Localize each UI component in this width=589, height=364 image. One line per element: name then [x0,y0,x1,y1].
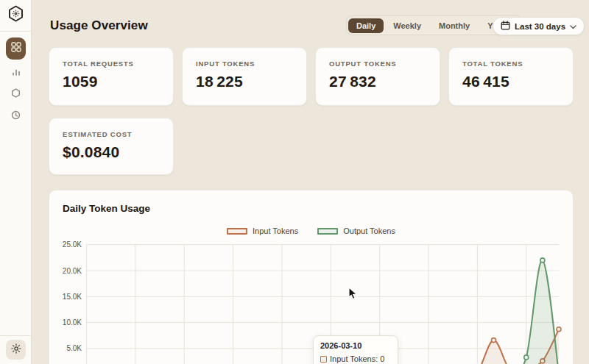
theme-toggle-button[interactable] [6,340,26,360]
stat-label: TOTAL TOKENS [462,60,560,68]
calendar-icon [501,21,510,32]
tab-monthly[interactable]: Monthly [431,18,478,33]
sidebar-item-history[interactable] [6,107,26,125]
stat-card-input-tokens: INPUT TOKENS 18 225 [182,47,307,106]
bar-chart-icon [12,66,21,79]
legend-item-input[interactable]: Input Tokens [227,226,298,235]
tooltip-date: 2026-03-10 [320,341,391,350]
legend-item-output[interactable]: Output Tokens [317,226,395,235]
date-range-button[interactable]: Last 30 days [493,17,585,35]
chart-title: Daily Token Usage [63,203,150,214]
input-tokens-swatch [320,356,327,363]
stat-label: TOTAL REQUESTS [63,60,160,68]
sidebar-item-analytics[interactable] [6,64,26,82]
stat-card-estimated-cost: ESTIMATED COST $0.0840 [49,118,174,175]
hexagon-icon [11,88,21,101]
stat-value: 1059 [63,73,160,90]
output-tokens-swatch [317,228,338,235]
input-tokens-swatch [227,228,247,235]
stat-value: $0.0840 [63,143,160,161]
stat-card-output-tokens: OUTPUT TOKENS 27 832 [315,47,440,106]
daily-usage-chart[interactable]: 25.0K20.0K15.0K10.0K5.0K [49,240,574,364]
stat-label: INPUT TOKENS [196,60,293,68]
stat-card-total-requests: TOTAL REQUESTS 1059 [49,47,174,106]
tab-weekly[interactable]: Weekly [385,18,429,33]
legend-label: Output Tokens [343,226,395,235]
chart-tooltip: 2026-03-10 Input Tokens: 0 Output Tokens… [313,335,398,364]
svg-text:15.0K: 15.0K [63,293,82,301]
tab-daily[interactable]: Daily [348,18,384,33]
date-range-label: Last 30 days [515,22,565,31]
svg-text:25.0K: 25.0K [63,240,82,249]
tooltip-value: Input Tokens: 0 [330,354,384,363]
tooltip-row-input: Input Tokens: 0 [320,354,391,363]
sidebar-item-models[interactable] [6,85,26,103]
daily-token-usage-card: Daily Token Usage Input Tokens Output To… [49,190,574,364]
stat-card-total-tokens: TOTAL TOKENS 46 415 [448,47,574,106]
sidebar-item-dashboard[interactable] [6,38,26,60]
dashboard-grid-icon [11,42,21,55]
stat-label: OUTPUT TOKENS [329,60,426,68]
chevron-down-icon [570,22,576,31]
svg-text:10.0K: 10.0K [63,318,82,326]
sidebar-divider-top [0,31,32,32]
legend-label: Input Tokens [253,226,298,235]
sidebar-divider-bottom [0,335,32,336]
clock-icon [11,110,21,123]
stat-value: 27 832 [329,73,426,90]
stat-value: 46 415 [462,73,560,90]
sidebar [0,0,32,364]
stat-label: ESTIMATED COST [63,130,160,138]
app-logo-icon [7,4,25,23]
svg-text:20.0K: 20.0K [63,267,82,275]
stat-value: 18 225 [196,73,293,90]
chart-legend: Input Tokens Output Tokens [49,226,573,235]
page-title: Usage Overview [50,18,148,33]
svg-text:5.0K: 5.0K [66,344,82,352]
sun-icon [11,343,21,357]
